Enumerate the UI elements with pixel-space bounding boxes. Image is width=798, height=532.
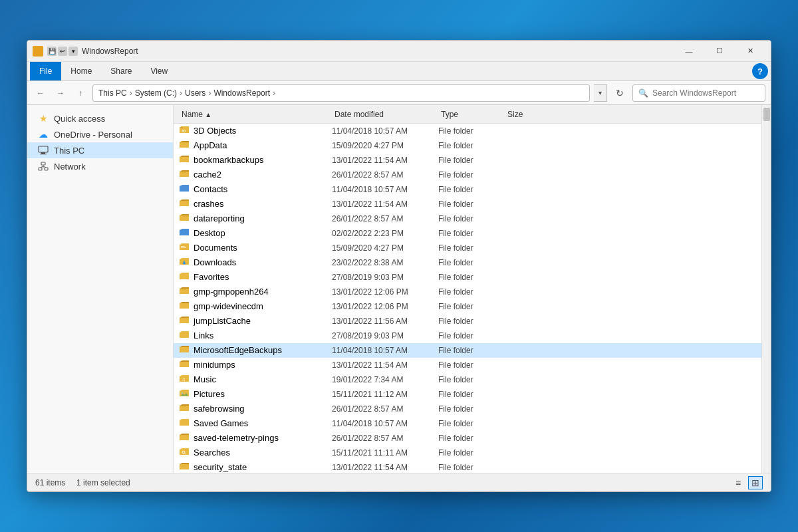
- tab-home[interactable]: Home: [61, 62, 101, 80]
- table-row[interactable]: Contacts11/04/2018 10:57 AMFile folder: [174, 182, 761, 197]
- file-type-cell: File folder: [438, 360, 505, 370]
- up-button[interactable]: ↑: [72, 85, 88, 101]
- table-row[interactable]: ★Favorites27/08/2019 9:03 PMFile folder: [174, 270, 761, 285]
- table-row[interactable]: Downloads23/02/2022 8:38 AMFile folder: [174, 255, 761, 270]
- file-name-text: gmp-widevinecdm: [194, 301, 263, 311]
- path-windowsreport[interactable]: WindowsReport: [213, 88, 270, 98]
- table-row[interactable]: datareporting26/01/2022 8:57 AMFile fold…: [174, 211, 761, 226]
- file-name-cell: Pictures: [179, 388, 332, 400]
- cloud-icon: ☁: [38, 129, 49, 140]
- file-name-text: Pictures: [194, 389, 225, 399]
- file-name-cell: ★Favorites: [179, 271, 332, 283]
- sidebar-item-quick-access[interactable]: ★ Quick access: [27, 110, 173, 126]
- col-header-name[interactable]: Name ▲: [179, 110, 332, 119]
- quick-dropdown-icon[interactable]: ▾: [68, 47, 78, 56]
- file-type-cell: File folder: [438, 331, 505, 340]
- table-row[interactable]: MicrosoftEdgeBackups11/04/2018 10:57 AMF…: [174, 343, 761, 358]
- folder-icon: [179, 301, 190, 312]
- col-header-type[interactable]: Type: [438, 110, 505, 119]
- col-header-size[interactable]: Size: [505, 110, 558, 119]
- table-row[interactable]: ♫Music19/01/2022 7:34 AMFile folder: [174, 372, 761, 387]
- close-button[interactable]: ✕: [735, 41, 765, 62]
- main-area: ★ Quick access ☁ OneDrive - Personal Thi…: [27, 105, 771, 473]
- table-row[interactable]: security_state13/01/2022 11:54 AMFile fo…: [174, 460, 761, 473]
- minimize-button[interactable]: —: [674, 41, 704, 62]
- file-type-cell: File folder: [438, 141, 505, 150]
- table-row[interactable]: bookmarkbackups13/01/2022 11:54 AMFile f…: [174, 153, 761, 168]
- table-row[interactable]: crashes13/01/2022 11:54 AMFile folder: [174, 197, 761, 211]
- forward-button[interactable]: →: [53, 85, 68, 101]
- file-type-cell: File folder: [438, 287, 505, 297]
- file-date-cell: 27/08/2019 9:03 PM: [332, 273, 438, 282]
- title-bar-quick-icons: 💾 ↩ ▾: [47, 47, 78, 56]
- table-row[interactable]: jumpListCache13/01/2022 11:56 AMFile fol…: [174, 314, 761, 329]
- sidebar-item-this-pc[interactable]: This PC: [27, 142, 173, 158]
- quick-save-icon[interactable]: 💾: [47, 47, 57, 56]
- svg-rect-4: [39, 168, 42, 170]
- file-name-cell: safebrowsing: [179, 403, 332, 414]
- tab-share[interactable]: Share: [101, 62, 141, 80]
- maximize-button[interactable]: ☐: [704, 41, 735, 62]
- table-row[interactable]: cache226/01/2022 8:57 AMFile folder: [174, 168, 761, 182]
- path-system-c[interactable]: System (C:): [135, 88, 177, 98]
- path-sep-2: ›: [180, 88, 182, 98]
- path-this-pc[interactable]: This PC: [98, 88, 127, 98]
- table-row[interactable]: saved-telemetry-pings26/01/2022 8:57 AMF…: [174, 431, 761, 446]
- search-input[interactable]: [652, 88, 759, 98]
- back-button[interactable]: ←: [33, 85, 49, 101]
- svg-rect-2: [40, 154, 47, 154]
- table-row[interactable]: gmp-gmpopenh26413/01/2022 12:06 PMFile f…: [174, 285, 761, 299]
- table-row[interactable]: Links27/08/2019 9:03 PMFile folder: [174, 329, 761, 343]
- file-type-cell: File folder: [438, 463, 505, 472]
- table-row[interactable]: Searches15/11/2021 11:11 AMFile folder: [174, 446, 761, 460]
- file-name-cell: Documents: [179, 242, 332, 253]
- scrollbar-thumb[interactable]: [763, 108, 770, 121]
- file-date-cell: 26/01/2022 8:57 AM: [332, 214, 438, 223]
- table-row[interactable]: minidumps13/01/2022 11:54 AMFile folder: [174, 358, 761, 372]
- sidebar-item-onedrive[interactable]: ☁ OneDrive - Personal: [27, 126, 173, 142]
- help-button[interactable]: ?: [752, 63, 768, 79]
- search-box[interactable]: 🔍: [632, 84, 765, 102]
- table-row[interactable]: AppData15/09/2020 4:27 PMFile folder: [174, 138, 761, 153]
- table-row[interactable]: 3D3D Objects11/04/2018 10:57 AMFile fold…: [174, 124, 761, 138]
- col-header-date[interactable]: Date modified: [332, 110, 438, 119]
- svg-text:♫: ♫: [182, 376, 186, 382]
- svg-rect-28: [180, 347, 189, 352]
- file-name-cell: ♫Music: [179, 374, 332, 385]
- file-name-text: bookmarkbackups: [194, 155, 264, 165]
- status-view-controls: ≡ ⊞: [731, 476, 763, 489]
- file-list-header: Name ▲ Date modified Type Size: [174, 105, 761, 124]
- address-dropdown[interactable]: ▾: [594, 84, 607, 102]
- list-view-button[interactable]: ≡: [731, 476, 745, 489]
- folder-icon: [179, 344, 190, 356]
- file-name-cell: Downloads: [179, 257, 332, 268]
- file-name-cell: MicrosoftEdgeBackups: [179, 344, 332, 356]
- table-row[interactable]: Documents15/09/2020 4:27 PMFile folder: [174, 241, 761, 255]
- file-name-cell: jumpListCache: [179, 315, 332, 327]
- table-row[interactable]: Pictures15/11/2021 11:12 AMFile folder: [174, 387, 761, 402]
- folder-icon: [179, 447, 190, 458]
- path-users[interactable]: Users: [185, 88, 205, 98]
- table-row[interactable]: safebrowsing26/01/2022 8:57 AMFile folde…: [174, 402, 761, 416]
- table-row[interactable]: Desktop02/02/2022 2:23 PMFile folder: [174, 226, 761, 241]
- scrollbar-track[interactable]: [761, 105, 771, 473]
- quick-undo-icon[interactable]: ↩: [58, 47, 67, 56]
- tab-file[interactable]: File: [30, 62, 61, 80]
- svg-rect-25: [180, 303, 189, 309]
- file-name-cell: minidumps: [179, 359, 332, 370]
- table-row[interactable]: gmp-widevinecdm13/01/2022 12:06 PMFile f…: [174, 299, 761, 314]
- pc-icon: [38, 145, 49, 156]
- address-path[interactable]: This PC › System (C:) › Users › WindowsR…: [92, 84, 590, 102]
- file-date-cell: 13/01/2022 11:54 AM: [332, 463, 438, 472]
- file-name-cell: AppData: [179, 140, 332, 151]
- file-type-cell: File folder: [438, 448, 505, 458]
- table-row[interactable]: Saved Games11/04/2018 10:57 AMFile folde…: [174, 416, 761, 431]
- details-view-button[interactable]: ⊞: [748, 476, 763, 489]
- refresh-button[interactable]: ↻: [611, 84, 628, 102]
- svg-rect-12: [180, 157, 189, 162]
- network-icon: [38, 161, 49, 172]
- sidebar-item-network[interactable]: Network: [27, 158, 173, 174]
- tab-view[interactable]: View: [141, 62, 177, 80]
- file-name-text: Searches: [194, 448, 230, 458]
- file-list-body[interactable]: 3D3D Objects11/04/2018 10:57 AMFile fold…: [174, 124, 761, 473]
